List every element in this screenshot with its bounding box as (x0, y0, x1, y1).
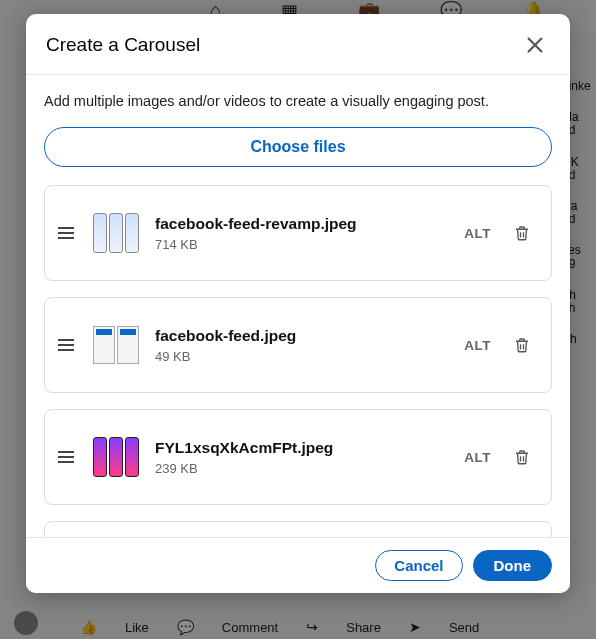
file-size: 714 KB (155, 237, 448, 252)
drag-handle[interactable] (55, 338, 77, 352)
delete-file-button[interactable] (507, 218, 537, 248)
close-icon (524, 34, 546, 56)
trash-icon (513, 336, 531, 354)
file-card: FYL1xsqXkAcmFPt.jpeg239 KBALT (44, 409, 552, 505)
alt-text-button[interactable]: ALT (460, 444, 495, 471)
close-button[interactable] (520, 30, 550, 60)
file-name: facebook-feed.jpeg (155, 327, 448, 345)
file-size: 49 KB (155, 349, 448, 364)
modal-subtitle: Add multiple images and/or videos to cre… (44, 93, 552, 109)
file-name: FYL1xsqXkAcmFPt.jpeg (155, 439, 448, 457)
modal-footer: Cancel Done (26, 537, 570, 593)
file-card: facebook-feed-revamp.jpeg714 KBALT (44, 185, 552, 281)
delete-file-button[interactable] (507, 330, 537, 360)
file-info: FYL1xsqXkAcmFPt.jpeg239 KB (155, 439, 448, 476)
drag-icon (57, 226, 75, 240)
file-card: facebook-feed.jpeg49 KBALT (44, 297, 552, 393)
drag-handle[interactable] (55, 226, 77, 240)
choose-files-button[interactable]: Choose files (44, 127, 552, 167)
cancel-button[interactable]: Cancel (375, 550, 462, 581)
file-thumbnail (89, 206, 143, 260)
alt-text-button[interactable]: ALT (460, 332, 495, 359)
file-name: facebook-feed-revamp.jpeg (155, 215, 448, 233)
delete-file-button[interactable] (507, 442, 537, 472)
file-thumbnail (89, 318, 143, 372)
file-size: 239 KB (155, 461, 448, 476)
modal-body: Add multiple images and/or videos to cre… (26, 75, 570, 537)
file-info: facebook-feed.jpeg49 KB (155, 327, 448, 364)
drag-handle[interactable] (55, 450, 77, 464)
done-button[interactable]: Done (473, 550, 553, 581)
file-thumbnail (89, 430, 143, 484)
file-info: facebook-feed-revamp.jpeg714 KB (155, 215, 448, 252)
drag-icon (57, 450, 75, 464)
drag-icon (57, 338, 75, 352)
file-card: FYM3Rc2WIAAjTIF.jpeg81 KBALT (44, 521, 552, 537)
modal-title: Create a Carousel (46, 34, 200, 56)
modal-header: Create a Carousel (26, 14, 570, 75)
trash-icon (513, 448, 531, 466)
alt-text-button[interactable]: ALT (460, 220, 495, 247)
trash-icon (513, 224, 531, 242)
create-carousel-modal: Create a Carousel Add multiple images an… (26, 14, 570, 593)
file-list: facebook-feed-revamp.jpeg714 KBALTfacebo… (44, 185, 552, 537)
